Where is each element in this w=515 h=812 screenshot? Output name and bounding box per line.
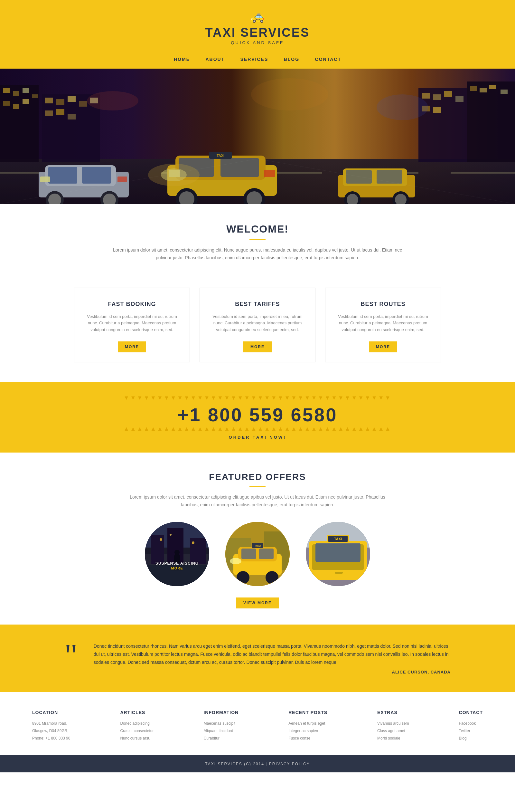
- svg-point-83: [170, 534, 172, 535]
- svg-point-96: [237, 571, 249, 584]
- svg-text:TAXI: TAXI: [254, 544, 261, 547]
- footer-extras-link1[interactable]: Vivamus arcu sem: [377, 720, 409, 727]
- hero-section: TAXI: [0, 68, 515, 204]
- footer-col-recent-posts: RECENT POSTS Aenean et turpis eget Integ…: [289, 710, 327, 742]
- nav-home[interactable]: HOME: [174, 57, 190, 62]
- testimonial-text: Donec tincidunt consectetur rhoncus. Nam…: [94, 642, 451, 667]
- footer-separator: |: [266, 762, 269, 766]
- footer-copyright: TAXI SERVICES (C) 2014: [205, 762, 264, 766]
- svg-point-84: [192, 542, 194, 544]
- footer-columns: LOCATION 8901 Mramora road, Glasgow, D04…: [0, 692, 515, 755]
- phone-sub-text: ORDER TAXI NOW!: [6, 435, 509, 440]
- offers-row: SUSPENSE AISCING MORE: [48, 522, 467, 586]
- featured-divider: [249, 486, 266, 487]
- svg-rect-79: [151, 535, 164, 564]
- feature-desc-1: Vestibulum id sem porta, imperdiet mi eu…: [210, 313, 305, 334]
- offer-2-image: TAXI: [225, 522, 290, 586]
- featured-heading: FEATURED OFFERS: [48, 472, 467, 482]
- nav-about[interactable]: ABOUT: [205, 57, 225, 62]
- phone-number: +1 800 559 6580: [6, 404, 509, 426]
- footer-posts-link1[interactable]: Aenean et turpis eget: [289, 720, 327, 727]
- phone-deco-top: ▼▼▼▼▼▼▼▼▼▼▼▼▼▼▼▼▼▼▼▼▼▼▼▼▼▼▼▼▼▼▼▼▼▼▼▼▼▼▼▼: [6, 395, 509, 401]
- footer-bottom: TAXI SERVICES (C) 2014 | PRIVACY POLICY: [0, 755, 515, 773]
- welcome-heading: WELCOME!: [64, 223, 451, 235]
- site-header: 🚕 TAXI SERVICES QUICK AND SAFE: [0, 0, 515, 52]
- testimonial-author: ALICE CURSON, CANADA: [94, 670, 451, 674]
- footer-contact-facebook[interactable]: Facebook: [459, 720, 483, 727]
- offer-3-image: TAXI: [306, 522, 370, 586]
- svg-rect-95: [259, 549, 274, 559]
- svg-rect-107: [315, 543, 361, 562]
- offer-1-image: [145, 522, 209, 586]
- testimonial-section: " Donec tincidunt consectetur rhoncus. N…: [0, 625, 515, 693]
- offer-label-1: SUSPENSE AISCING MORE: [155, 561, 199, 570]
- featured-section: FEATURED OFFERS Lorem ipsum dolor sit am…: [0, 453, 515, 625]
- main-nav: HOME ABOUT SERVICES BLOG CONTACT: [0, 52, 515, 68]
- svg-rect-111: [335, 572, 343, 574]
- feature-card-routes: BEST ROUTES Vestibulum id sem porta, imp…: [325, 288, 441, 362]
- svg-point-86: [175, 550, 180, 555]
- feature-card-tariffs: BEST TARIFFS Vestibulum id sem porta, im…: [200, 288, 315, 362]
- nav-services[interactable]: SERVICES: [240, 57, 268, 62]
- footer-articles-link1[interactable]: Donec adipiscing: [120, 720, 154, 727]
- phone-deco-bottom: ▲▲▲▲▲▲▲▲▲▲▲▲▲▲▲▲▲▲▲▲▲▲▲▲▲▲▲▲▲▲▲▲▲▲▲▲▲▲▲▲: [6, 426, 509, 432]
- quote-mark: ": [64, 639, 78, 671]
- footer-privacy-link[interactable]: PRIVACY POLICY: [269, 762, 310, 766]
- footer-col-location-heading: LOCATION: [32, 710, 70, 715]
- feature-title-0: FAST BOOKING: [84, 301, 180, 308]
- footer: LOCATION 8901 Mramora road, Glasgow, D04…: [0, 692, 515, 772]
- view-more-button[interactable]: VIEW MORE: [236, 598, 279, 608]
- footer-col-articles-heading: ARTICLES: [120, 710, 154, 715]
- footer-col-information-heading: INFORMATION: [204, 710, 239, 715]
- footer-location-line3: Phone: +1 800 333 90: [32, 735, 70, 742]
- footer-col-extras: EXTRAS Vivamus arcu sem Class agnt amet …: [377, 710, 409, 742]
- feature-title-2: BEST ROUTES: [335, 301, 431, 308]
- footer-info-link3[interactable]: Curabitur: [204, 735, 239, 742]
- feature-btn-1[interactable]: MORE: [243, 341, 272, 352]
- footer-extras-link2[interactable]: Class agnt amet: [377, 727, 409, 735]
- footer-col-location: LOCATION 8901 Mramora road, Glasgow, D04…: [32, 710, 70, 742]
- feature-title-1: BEST TARIFFS: [210, 301, 305, 308]
- welcome-description: Lorem ipsum dolor sit amet, consectetur …: [113, 246, 402, 262]
- footer-col-posts-heading: RECENT POSTS: [289, 710, 327, 715]
- footer-contact-blog[interactable]: Blog: [459, 735, 483, 742]
- feature-btn-2[interactable]: MORE: [369, 341, 397, 352]
- footer-location-line1: 8901 Mramora road,: [32, 720, 70, 727]
- offer-circle-1: SUSPENSE AISCING MORE: [145, 522, 209, 586]
- car-icon: 🚕: [6, 10, 509, 23]
- nav-contact[interactable]: CONTACT: [315, 57, 341, 62]
- nav-blog[interactable]: BLOG: [284, 57, 299, 62]
- footer-extras-link3[interactable]: Morbi sodiale: [377, 735, 409, 742]
- footer-col-information: INFORMATION Maecenas suscipit Aliquam ti…: [204, 710, 239, 742]
- hero-scene-svg: TAXI: [0, 68, 515, 204]
- footer-location-line2: Glasgow, D04 89GR,: [32, 727, 70, 735]
- feature-btn-0[interactable]: MORE: [118, 341, 146, 352]
- footer-info-link1[interactable]: Maecenas suscipit: [204, 720, 239, 727]
- footer-info-link2[interactable]: Aliquam tincidunt: [204, 727, 239, 735]
- brand-subtitle: QUICK AND SAFE: [6, 40, 509, 45]
- svg-rect-73: [0, 68, 515, 204]
- svg-rect-94: [241, 549, 256, 559]
- footer-col-contact: CONTACT Facebook Twitter Blog: [459, 710, 483, 742]
- footer-posts-link2[interactable]: Integer ac sapien: [289, 727, 327, 735]
- feature-card-booking: FAST BOOKING Vestibulum id sem porta, im…: [74, 288, 190, 362]
- footer-articles-link2[interactable]: Cras ut consectetur: [120, 727, 154, 735]
- brand-title: TAXI SERVICES: [6, 26, 509, 39]
- footer-col-contact-heading: CONTACT: [459, 710, 483, 715]
- footer-posts-link3[interactable]: Fusce conse: [289, 735, 327, 742]
- offer-circle-2: TAXI: [225, 522, 290, 586]
- footer-col-articles: ARTICLES Donec adipiscing Cras ut consec…: [120, 710, 154, 742]
- feature-desc-2: Vestibulum id sem porta, imperdiet mi eu…: [335, 313, 431, 334]
- footer-contact-twitter[interactable]: Twitter: [459, 727, 483, 735]
- phone-banner: ▼▼▼▼▼▼▼▼▼▼▼▼▼▼▼▼▼▼▼▼▼▼▼▼▼▼▼▼▼▼▼▼▼▼▼▼▼▼▼▼…: [0, 382, 515, 453]
- footer-articles-link3[interactable]: Nunc cursus arsu: [120, 735, 154, 742]
- svg-text:TAXI: TAXI: [334, 537, 342, 541]
- offer-circle-3: TAXI: [306, 522, 370, 586]
- featured-description: Lorem ipsum dolor sit amet, consectetur …: [129, 493, 386, 509]
- svg-point-97: [266, 571, 278, 584]
- feature-desc-0: Vestibulum id sem porta, imperdiet mi eu…: [84, 313, 180, 334]
- features-section: FAST BOOKING Vestibulum id sem porta, im…: [0, 275, 515, 382]
- svg-point-100: [230, 558, 241, 564]
- testimonial-content: Donec tincidunt consectetur rhoncus. Nam…: [94, 642, 451, 675]
- svg-point-82: [160, 538, 162, 541]
